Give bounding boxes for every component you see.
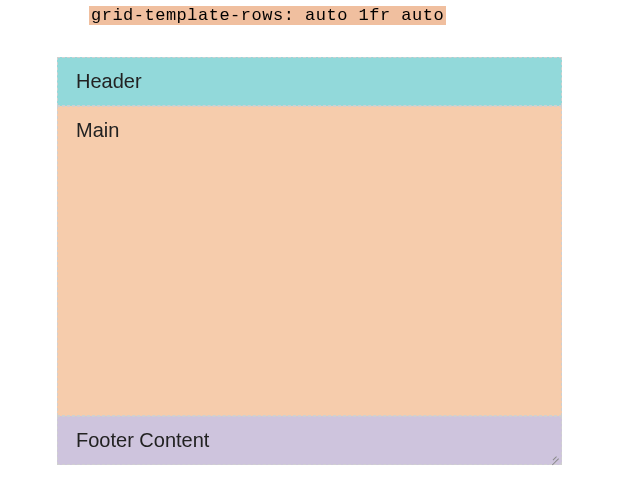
code-snippet-label: grid-template-rows: auto 1fr auto: [89, 6, 446, 25]
header-text: Header: [76, 70, 142, 92]
resize-handle-icon: [547, 450, 559, 462]
grid-header-row: Header: [57, 57, 562, 106]
footer-text: Footer Content: [76, 429, 209, 451]
main-text: Main: [76, 119, 119, 141]
grid-footer-row: Footer Content: [57, 416, 562, 465]
grid-example-container: Header Main Footer Content: [57, 57, 562, 465]
grid-main-row: Main: [57, 106, 562, 416]
